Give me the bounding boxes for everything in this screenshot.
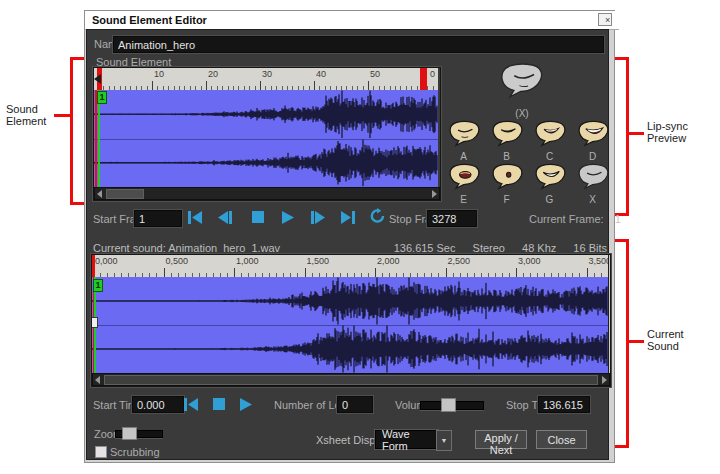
zoom-slider-thumb[interactable] — [122, 427, 137, 440]
xsheet-display-value: Wave Form — [382, 428, 437, 452]
bracket-left-vertical — [70, 57, 73, 205]
start-frame-input[interactable] — [134, 210, 182, 227]
mouth-cell-d: D — [571, 120, 614, 160]
sound-channels: Stereo — [473, 242, 505, 254]
apply-next-button[interactable]: Apply / Next — [475, 430, 527, 449]
stop-sound-button[interactable] — [209, 397, 229, 414]
mouth-f-icon — [490, 163, 524, 190]
current-frame-display: Current Frame: 1 — [529, 213, 621, 225]
lipsync-preview-label: (X) — [507, 108, 537, 119]
bracket-lipsync-vertical — [626, 57, 629, 216]
ruler-end-number: 0 — [430, 69, 435, 79]
current-frame-value: 1 — [615, 213, 621, 225]
frame-ruler[interactable]: 0 1020304050 — [94, 68, 438, 91]
scrubbing-checkbox[interactable] — [95, 446, 107, 458]
sound-element-scrollbar[interactable] — [94, 187, 440, 200]
loop-icon — [369, 208, 386, 224]
scrollbar-thumb[interactable] — [104, 375, 598, 385]
bracket-left-arm-top — [70, 57, 84, 60]
next-frame-button[interactable] — [308, 210, 328, 227]
sound-sample-rate: 48 Khz — [522, 242, 556, 254]
lipsync-preview-image — [498, 62, 546, 105]
mouth-x-large-icon — [498, 62, 546, 105]
mouth-b-icon — [490, 120, 524, 147]
close-icon: × — [605, 15, 610, 25]
sound-element-waveform[interactable]: 1 — [94, 90, 438, 187]
window-title: Sound Element Editor — [92, 14, 207, 26]
go-last-frame-button[interactable] — [338, 210, 358, 227]
sound-bit-depth: 16 Bits — [573, 242, 607, 254]
channel-handle[interactable] — [92, 317, 98, 328]
scroll-left-icon[interactable] — [97, 190, 102, 198]
loop-playback-button[interactable] — [367, 208, 387, 225]
sound-duration: 136.615 Sec — [394, 242, 456, 254]
volume-slider-thumb[interactable] — [441, 398, 456, 412]
close-button[interactable]: Close — [536, 430, 587, 449]
loops-input[interactable] — [337, 396, 373, 413]
dialog-content: Name Sound Element 0 1020304050 1 — [86, 29, 609, 460]
go-first-frame-button[interactable] — [185, 210, 205, 227]
play-sound-button[interactable] — [236, 397, 256, 414]
playhead-green-line[interactable] — [98, 90, 100, 187]
mouth-x-icon — [576, 163, 610, 190]
time-ruler[interactable]: 0,0000,5001,0001,5002,0002,5003,0003,500 — [92, 255, 608, 278]
scrollbar-thumb[interactable] — [106, 189, 144, 199]
stop-time-input[interactable] — [538, 396, 590, 413]
playhead-red-line[interactable] — [95, 90, 97, 187]
screen: Sound Element Lip-sync Preview Current S… — [0, 0, 720, 474]
start-time-marker[interactable] — [92, 255, 95, 277]
play-button[interactable] — [278, 210, 298, 227]
mouth-a-icon — [447, 120, 481, 147]
previous-frame-icon — [218, 211, 233, 224]
channel-divider — [92, 325, 608, 326]
stop-icon — [213, 398, 225, 410]
current-sound-title: Current sound: Animation_hero_1.wav — [93, 242, 280, 254]
stop-frame-marker[interactable] — [420, 68, 427, 90]
mouth-c-icon — [533, 120, 567, 147]
bracket-left-arm-bottom — [70, 202, 84, 205]
first-frame-icon — [188, 211, 203, 224]
channel-divider — [94, 139, 438, 140]
mouth-cell-g: G — [528, 163, 571, 203]
current-sound-waveform[interactable]: 1 — [92, 277, 608, 373]
frame-1-badge: 1 — [93, 279, 103, 292]
current-sound-scrollbar[interactable] — [92, 373, 610, 386]
sound-element-panel: 0 1020304050 1 — [93, 67, 441, 201]
play-icon — [282, 211, 294, 224]
first-frame-icon — [184, 398, 199, 411]
current-sound-file: Animation_hero_1.wav — [168, 242, 280, 254]
xsheet-display-dropdown[interactable]: Wave Form — [375, 430, 438, 449]
rewind-button[interactable] — [181, 397, 201, 414]
scrubbing-label: Scrubbing — [110, 446, 160, 458]
mouth-cell-b: B — [485, 120, 528, 160]
annotation-lipsync-preview: Lip-sync Preview — [647, 120, 701, 144]
mouth-cell-f: F — [485, 163, 528, 203]
current-sound-label: Current sound: — [93, 242, 166, 254]
title-bar[interactable]: Sound Element Editor — [85, 11, 619, 30]
start-time-input[interactable] — [132, 396, 184, 413]
scroll-right-icon[interactable] — [602, 376, 607, 384]
scroll-right-icon[interactable] — [432, 190, 437, 198]
stop-frame-input[interactable] — [427, 210, 477, 227]
previous-frame-button[interactable] — [215, 210, 235, 227]
name-input[interactable] — [113, 36, 604, 53]
xsheet-dropdown-arrow-button[interactable]: ▼ — [436, 430, 452, 451]
stop-button[interactable] — [248, 210, 268, 227]
scroll-left-icon[interactable] — [95, 376, 100, 384]
mouth-cell-e: E — [442, 163, 485, 203]
close-window-button[interactable]: × — [598, 13, 612, 26]
mouth-e-icon — [447, 163, 481, 190]
mouth-row-1: A B C — [442, 120, 614, 160]
current-frame-label: Current Frame: — [529, 213, 604, 225]
mouth-row-2: E F G — [442, 163, 614, 203]
sound-element-editor-dialog: Sound Element Editor × Name Sound Elemen… — [84, 10, 615, 463]
next-frame-icon — [311, 211, 326, 224]
mouth-cell-x: X — [571, 163, 614, 203]
chevron-down-icon: ▼ — [441, 437, 448, 444]
ruler-left-arrow-icon — [94, 74, 101, 84]
mouth-g-icon — [533, 163, 567, 190]
annotation-sound-element: Sound Element — [6, 103, 54, 127]
bracket-lipsync-connector — [629, 132, 644, 135]
last-frame-icon — [341, 211, 356, 224]
mouth-cell-c: C — [528, 120, 571, 160]
